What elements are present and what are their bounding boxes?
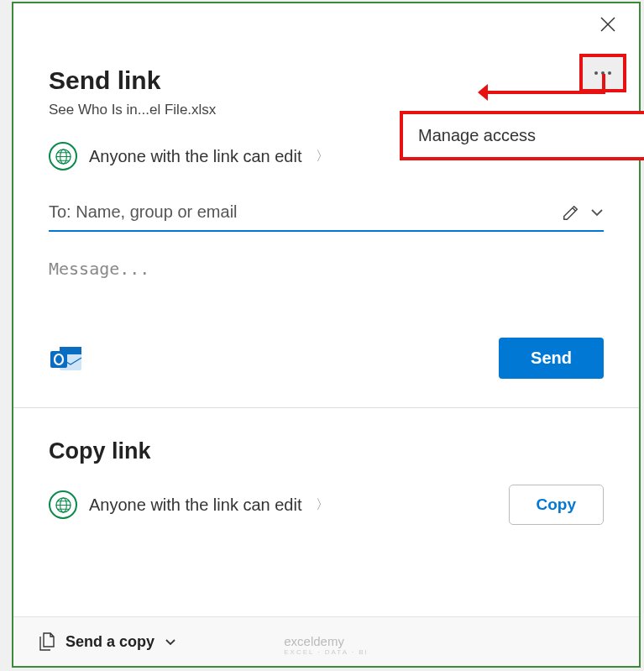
globe-icon	[49, 142, 77, 170]
send-copy-label: Send a copy	[65, 633, 154, 651]
globe-icon	[49, 490, 77, 519]
copy-button[interactable]: Copy	[509, 485, 605, 525]
copy-scope-text: Anyone with the link can edit	[89, 495, 302, 515]
send-copy-button[interactable]: Send a copy	[13, 616, 639, 666]
send-button[interactable]: Send	[499, 338, 604, 379]
share-dialog: Send link See Who Is in...el File.xlsx A…	[12, 2, 641, 668]
more-options-button[interactable]	[579, 54, 626, 92]
copy-link-section: Copy link Anyone with the link can edit …	[49, 408, 604, 525]
dialog-content: Send link See Who Is in...el File.xlsx A…	[13, 3, 639, 525]
send-row: Send	[49, 338, 604, 379]
pencil-icon[interactable]	[562, 203, 580, 222]
copy-row: Anyone with the link can edit 〉 Copy	[49, 485, 604, 525]
recipients-row	[49, 202, 604, 232]
message-input[interactable]	[49, 259, 604, 326]
copy-file-icon	[39, 632, 55, 651]
manage-access-menu-item[interactable]: Manage access	[400, 111, 644, 160]
outlook-icon	[49, 341, 84, 376]
close-icon[interactable]	[600, 17, 615, 35]
scope-text: Anyone with the link can edit	[89, 147, 302, 166]
dialog-title: Send link	[49, 66, 604, 95]
chevron-right-icon: 〉	[316, 148, 329, 165]
chevron-down-icon	[165, 636, 176, 648]
chevron-down-icon[interactable]	[590, 206, 604, 219]
recipients-input[interactable]	[49, 202, 562, 222]
copy-scope-selector[interactable]: Anyone with the link can edit 〉	[49, 490, 329, 519]
copy-link-title: Copy link	[49, 438, 604, 464]
chevron-right-icon: 〉	[316, 496, 329, 514]
